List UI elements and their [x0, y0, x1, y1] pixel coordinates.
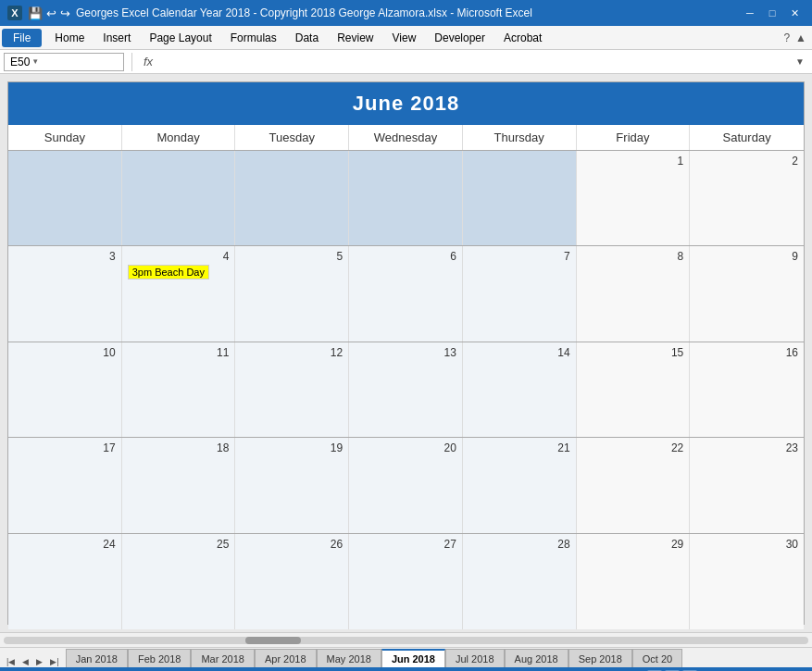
name-box[interactable]: E50 ▼ — [4, 53, 124, 71]
insert-menu[interactable]: Insert — [94, 29, 140, 47]
cell-jun-15[interactable]: 15 — [577, 342, 691, 437]
cell-jun-17[interactable]: 17 — [8, 438, 122, 532]
menu-bar: File Home Insert Page Layout Formulas Da… — [0, 26, 812, 50]
file-menu[interactable]: File — [2, 29, 42, 47]
week-3: 10 11 12 13 14 15 16 — [8, 342, 804, 438]
date-13: 13 — [355, 346, 456, 359]
title-text: Georges Excel Calendar Year 2018 - Copyr… — [76, 6, 532, 19]
date-27: 27 — [355, 538, 456, 551]
date-2: 2 — [695, 155, 798, 168]
main-content: June 2018 Sunday Monday Tuesday Wednesda… — [0, 74, 812, 632]
date-30: 30 — [695, 538, 798, 551]
cell-jun-12[interactable]: 12 — [235, 342, 349, 437]
cell-jun-1[interactable]: 1 — [577, 151, 691, 245]
cell-jun-4[interactable]: 4 3pm Beach Day — [122, 246, 236, 341]
review-menu[interactable]: Review — [328, 29, 382, 47]
formulas-menu[interactable]: Formulas — [221, 29, 286, 47]
next-sheet-button[interactable]: ▶ — [33, 656, 45, 667]
cell-w1-thu[interactable] — [463, 151, 577, 245]
cell-w1-wed[interactable] — [349, 151, 463, 245]
tab-sep-2018[interactable]: Sep 2018 — [568, 649, 632, 667]
cell-jun-8[interactable]: 8 — [577, 246, 691, 341]
scrollbar-thumb[interactable] — [245, 637, 301, 644]
prev-sheet-button[interactable]: ◀ — [19, 656, 31, 667]
cell-jun-16[interactable]: 16 — [690, 342, 804, 437]
cell-jun-11[interactable]: 11 — [122, 342, 236, 437]
calendar-grid: 1 2 3 4 3pm Beach Day 5 6 — [8, 151, 804, 629]
save-icon[interactable]: 💾 — [28, 6, 43, 20]
cell-jun-20[interactable]: 20 — [349, 438, 463, 532]
undo-icon[interactable]: ↩ — [46, 6, 56, 20]
date-1: 1 — [582, 155, 684, 168]
last-sheet-button[interactable]: ▶| — [47, 656, 61, 667]
close-button[interactable]: ✕ — [784, 3, 805, 23]
name-box-dropdown-icon[interactable]: ▼ — [31, 57, 39, 66]
tab-navigation: |◀ ◀ ▶ ▶| — [0, 656, 66, 667]
horizontal-scrollbar[interactable] — [4, 637, 808, 644]
cell-jun-19[interactable]: 19 — [235, 438, 349, 532]
formula-dropdown-icon[interactable]: ▼ — [795, 56, 805, 67]
minimize-button[interactable]: ─ — [740, 3, 760, 23]
cell-jun-28[interactable]: 28 — [463, 534, 577, 629]
ribbon-collapse-icon[interactable]: ▲ — [795, 31, 806, 44]
tab-mar-2018[interactable]: Mar 2018 — [191, 649, 254, 667]
cell-jun-5[interactable]: 5 — [235, 246, 349, 341]
acrobat-menu[interactable]: Acrobat — [494, 29, 551, 47]
page-layout-menu[interactable]: Page Layout — [140, 29, 220, 47]
tab-oct-2018[interactable]: Oct 20 — [632, 649, 682, 667]
tab-jan-2018[interactable]: Jan 2018 — [66, 649, 128, 667]
cell-jun-21[interactable]: 21 — [463, 438, 577, 532]
cell-jun-29[interactable]: 29 — [577, 534, 691, 629]
home-menu[interactable]: Home — [45, 29, 94, 47]
cell-jun-2[interactable]: 2 — [690, 151, 804, 245]
date-14: 14 — [468, 346, 570, 359]
cell-jun-18[interactable]: 18 — [122, 438, 236, 532]
cell-jun-9[interactable]: 9 — [690, 246, 804, 341]
tab-jun-2018[interactable]: Jun 2018 — [381, 649, 445, 667]
cell-jun-22[interactable]: 22 — [577, 438, 691, 532]
cell-jun-3[interactable]: 3 — [8, 246, 122, 341]
cell-jun-25[interactable]: 25 — [122, 534, 236, 629]
tab-feb-2018[interactable]: Feb 2018 — [128, 649, 191, 667]
quick-access-toolbar: 💾 ↩ ↪ — [28, 6, 70, 20]
help-icon[interactable]: ? — [783, 31, 790, 44]
date-18: 18 — [128, 441, 230, 454]
cell-jun-23[interactable]: 23 — [690, 438, 804, 532]
cell-jun-6[interactable]: 6 — [349, 246, 463, 341]
event-beach-day[interactable]: 3pm Beach Day — [128, 265, 209, 280]
developer-menu[interactable]: Developer — [425, 29, 494, 47]
data-menu[interactable]: Data — [286, 29, 328, 47]
date-10: 10 — [14, 346, 116, 359]
cell-jun-7[interactable]: 7 — [463, 246, 577, 341]
restore-button[interactable]: □ — [762, 3, 782, 23]
window-controls[interactable]: ─ □ ✕ — [740, 3, 805, 23]
scrollbar-area — [0, 632, 812, 647]
cell-jun-14[interactable]: 14 — [463, 342, 577, 437]
first-sheet-button[interactable]: |◀ — [4, 656, 18, 667]
tab-may-2018[interactable]: May 2018 — [317, 649, 381, 667]
tab-apr-2018[interactable]: Apr 2018 — [255, 649, 317, 667]
thursday-header: Thursday — [463, 125, 577, 150]
saturday-header: Saturday — [690, 125, 804, 150]
cell-jun-26[interactable]: 26 — [235, 534, 349, 629]
redo-icon[interactable]: ↪ — [60, 6, 70, 20]
title-bar-left: X 💾 ↩ ↪ Georges Excel Calendar Year 2018… — [7, 6, 532, 20]
cell-w1-mon[interactable] — [122, 151, 236, 245]
date-16: 16 — [695, 346, 798, 359]
cell-jun-30[interactable]: 30 — [690, 534, 804, 629]
view-menu[interactable]: View — [383, 29, 426, 47]
cell-jun-10[interactable]: 10 — [8, 342, 122, 437]
date-6: 6 — [355, 250, 456, 263]
cell-w1-tue[interactable] — [235, 151, 349, 245]
cell-w1-sun[interactable] — [8, 151, 122, 245]
formula-input[interactable] — [160, 53, 792, 71]
cell-jun-27[interactable]: 27 — [349, 534, 463, 629]
tab-aug-2018[interactable]: Aug 2018 — [505, 649, 568, 667]
cell-jun-13[interactable]: 13 — [349, 342, 463, 437]
date-11: 11 — [128, 346, 230, 359]
date-21: 21 — [468, 441, 570, 454]
tab-jul-2018[interactable]: Jul 2018 — [445, 649, 505, 667]
date-8: 8 — [582, 250, 684, 263]
sunday-header: Sunday — [8, 125, 122, 150]
cell-jun-24[interactable]: 24 — [8, 534, 122, 629]
